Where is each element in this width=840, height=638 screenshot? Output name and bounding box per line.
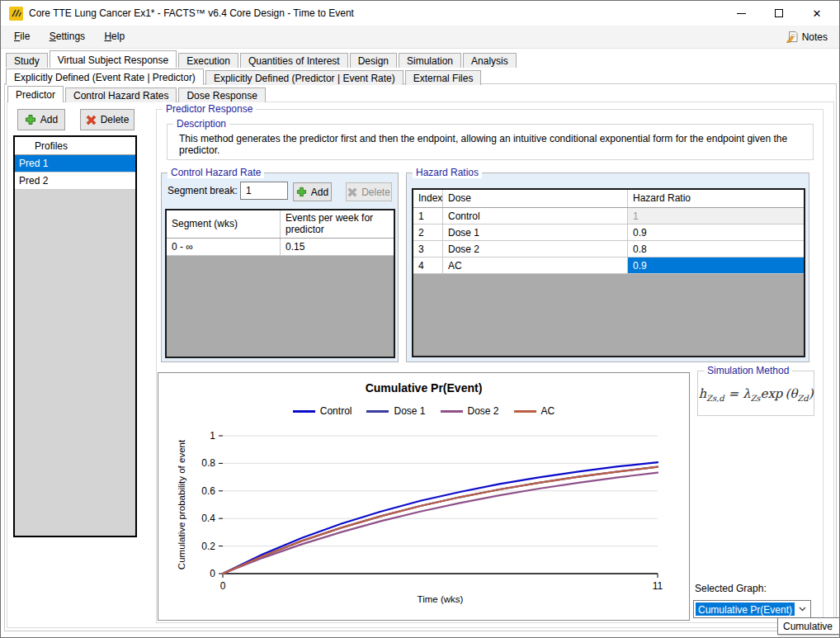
x-icon bbox=[86, 115, 97, 125]
add-segment-button[interactable]: Add bbox=[293, 182, 332, 201]
svg-text:0.4: 0.4 bbox=[201, 513, 215, 524]
index-cell[interactable]: 4 bbox=[413, 258, 443, 273]
predictor-tab-strip: PredictorControl Hazard RatesDose Respon… bbox=[7, 87, 267, 102]
menu-help[interactable]: Help bbox=[96, 26, 133, 42]
x-icon bbox=[347, 187, 357, 197]
selected-graph-value: Cumulative Pr(Event) bbox=[696, 603, 795, 616]
simulation-method-group: Simulation Method hZs,d = λZsexp (θZd) bbox=[697, 371, 814, 416]
col-index: Index bbox=[413, 190, 443, 207]
predictor-tab-predictor[interactable]: Predictor bbox=[7, 86, 64, 102]
minimize-button[interactable] bbox=[722, 1, 760, 26]
menu-bar: File Settings Help Notes bbox=[1, 26, 839, 49]
selected-graph-dropdown[interactable]: Cumulative Pr(Event) bbox=[693, 600, 811, 618]
svg-text:Cumulative probability of even: Cumulative probability of event bbox=[177, 439, 186, 569]
dose-cell[interactable]: AC bbox=[443, 258, 628, 273]
hazard-row-dose-1[interactable]: 2Dose 10.9 bbox=[413, 224, 804, 241]
col-dose: Dose bbox=[443, 190, 628, 207]
tab-quantities-of-interest[interactable]: Quantities of Interest bbox=[240, 53, 348, 68]
svg-text:0: 0 bbox=[210, 568, 215, 579]
subtab-explicitly-defined-event-rate-predictor[interactable]: Explicitly Defined (Event Rate | Predict… bbox=[6, 69, 204, 85]
simulation-formula: hZs,d = λZsexp (θZd) bbox=[698, 386, 814, 403]
svg-text:11: 11 bbox=[653, 580, 663, 592]
delete-segment-label: Delete bbox=[361, 187, 390, 198]
tab-study[interactable]: Study bbox=[6, 53, 48, 68]
control-hazard-rate-group: Control Hazard Rate Segment break: 1 Add… bbox=[161, 172, 399, 362]
predictor-tab-dose-response[interactable]: Dose Response bbox=[178, 87, 265, 102]
plus-icon bbox=[296, 187, 307, 197]
menu-file[interactable]: File bbox=[6, 26, 38, 42]
col-hazard-ratio: Hazard Ratio bbox=[628, 190, 804, 207]
events-per-week-cell[interactable]: 0.15 bbox=[281, 239, 394, 255]
predictor-tab-control-hazard-rates[interactable]: Control Hazard Rates bbox=[65, 87, 177, 102]
hazard-ratio-cell[interactable]: 0.9 bbox=[628, 224, 804, 240]
profile-item-pred-2[interactable]: Pred 2 bbox=[15, 172, 135, 190]
delete-profile-label: Delete bbox=[101, 114, 130, 125]
svg-text:1: 1 bbox=[210, 430, 215, 442]
dose-cell[interactable]: Dose 2 bbox=[443, 241, 628, 257]
note-icon bbox=[786, 31, 799, 43]
add-profile-button[interactable]: Add bbox=[17, 109, 65, 130]
tab-simulation[interactable]: Simulation bbox=[399, 53, 461, 68]
predictor-response-label: Predictor Response bbox=[163, 103, 256, 115]
app-logo-icon bbox=[9, 7, 23, 21]
minimize-icon bbox=[737, 13, 746, 14]
col-events-per-week: Events per week for predictor bbox=[281, 210, 394, 238]
maximize-button[interactable] bbox=[760, 1, 798, 26]
add-segment-label: Add bbox=[311, 187, 328, 198]
menu-settings[interactable]: Settings bbox=[41, 26, 93, 42]
svg-text:0: 0 bbox=[220, 580, 226, 592]
app-window: Core TTE Lung Cancer Ex1* - FACTS™ v6.4 … bbox=[0, 0, 840, 638]
chart-panel: Cumulative Pr(Event) ControlDose 1Dose 2… bbox=[158, 372, 690, 621]
svg-text:0.8: 0.8 bbox=[201, 457, 215, 469]
chevron-down-icon[interactable] bbox=[795, 601, 810, 617]
selected-graph-label: Selected Graph: bbox=[695, 583, 767, 594]
add-profile-label: Add bbox=[40, 114, 58, 125]
dose-cell[interactable]: Dose 1 bbox=[443, 224, 628, 240]
index-cell[interactable]: 2 bbox=[413, 224, 443, 240]
hazard-row-ac[interactable]: 4AC0.9 bbox=[413, 258, 804, 274]
plus-icon bbox=[25, 114, 36, 125]
maximize-icon bbox=[775, 9, 783, 17]
control-hazard-rate-label: Control Hazard Rate bbox=[168, 167, 264, 178]
hazard-ratio-cell[interactable]: 1 bbox=[628, 208, 804, 224]
description-label: Description bbox=[173, 118, 229, 130]
profiles-list: Profiles Pred 1Pred 2 bbox=[14, 136, 136, 536]
dose-cell[interactable]: Control bbox=[443, 208, 628, 224]
description-text: This method generates the predictor firs… bbox=[168, 125, 813, 156]
segment-table-header: Segment (wks) Events per week for predic… bbox=[167, 210, 394, 239]
segment-break-input[interactable]: 1 bbox=[240, 182, 288, 200]
svg-text:Time (wks): Time (wks) bbox=[418, 594, 464, 604]
tooltip: Cumulative bbox=[777, 617, 840, 635]
vsr-tab-strip: Explicitly Defined (Event Rate | Predict… bbox=[6, 69, 483, 85]
hazard-row-control[interactable]: 1Control1 bbox=[413, 208, 804, 224]
subtab-external-files[interactable]: External Files bbox=[405, 70, 482, 85]
description-group: Description This method generates the pr… bbox=[167, 124, 814, 160]
simulation-method-label: Simulation Method bbox=[704, 365, 792, 376]
subtab-explicitly-defined-predictor-event-rate[interactable]: Explicitly Defined (Predictor | Event Ra… bbox=[205, 70, 403, 85]
hazard-ratio-cell[interactable]: 0.9 bbox=[628, 258, 804, 273]
index-cell[interactable]: 3 bbox=[413, 241, 443, 257]
close-icon: ✕ bbox=[813, 8, 822, 19]
hazard-row-dose-2[interactable]: 3Dose 20.8 bbox=[413, 241, 804, 258]
tab-execution[interactable]: Execution bbox=[178, 53, 238, 68]
col-segment-wks: Segment (wks) bbox=[167, 210, 281, 238]
notes-label: Notes bbox=[802, 31, 828, 43]
segment-range-cell[interactable]: 0 - ∞ bbox=[167, 239, 281, 255]
hazard-ratio-cell[interactable]: 0.8 bbox=[628, 241, 804, 257]
segment-table: Segment (wks) Events per week for predic… bbox=[165, 209, 395, 358]
notes-button[interactable]: Notes bbox=[783, 29, 831, 45]
segment-break-label: Segment break: bbox=[168, 185, 238, 196]
delete-profile-button[interactable]: Delete bbox=[80, 109, 134, 130]
profile-item-pred-1[interactable]: Pred 1 bbox=[15, 155, 135, 172]
svg-text:0.6: 0.6 bbox=[201, 485, 215, 497]
tab-design[interactable]: Design bbox=[350, 53, 397, 68]
segment-table-row[interactable]: 0 - ∞ 0.15 bbox=[167, 239, 394, 256]
tab-virtual-subject-response[interactable]: Virtual Subject Response bbox=[50, 50, 177, 68]
main-tab-strip: StudyVirtual Subject ResponseExecutionQu… bbox=[6, 50, 518, 68]
svg-text:0.2: 0.2 bbox=[201, 541, 215, 552]
close-button[interactable]: ✕ bbox=[798, 1, 836, 26]
tab-analysis[interactable]: Analysis bbox=[463, 53, 517, 68]
chart-plot: 00.20.40.60.81011Time (wks)Cumulative pr… bbox=[158, 373, 691, 621]
index-cell[interactable]: 1 bbox=[413, 208, 443, 224]
hazard-ratios-header: Index Dose Hazard Ratio bbox=[413, 190, 804, 208]
